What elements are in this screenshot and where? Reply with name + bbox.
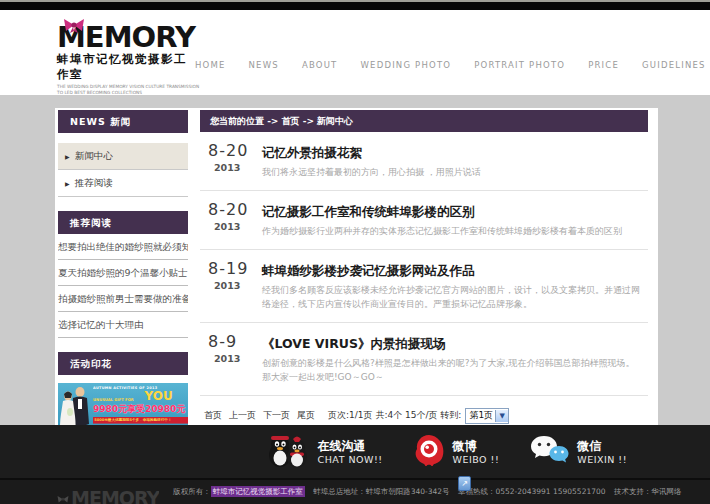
- arrow-bullet-icon: ▶: [65, 180, 70, 187]
- content-wrap: NEWS 新闻 ▶新闻中心▶推荐阅读 推荐阅读 想要拍出绝佳的婚纱照就必须知夏天…: [55, 108, 658, 425]
- sidebar: NEWS 新闻 ▶新闻中心▶推荐阅读 推荐阅读 想要拍出绝佳的婚纱照就必须知夏天…: [58, 110, 188, 425]
- banner-line1: AUTUMN ACTIVITIES OF 2013: [93, 386, 188, 390]
- footer-logo: MEMORY: [57, 489, 159, 504]
- social-bar: 在线沟通CHAT NOW!!微博WEIBO !!微信WEIXIN !!: [0, 425, 710, 478]
- recommend-section: 推荐阅读 想要拍出绝佳的婚纱照就必须知夏天拍婚纱照的9个温馨小贴士拍摄婚纱照前男…: [58, 211, 188, 338]
- sidebar-item-label: 推荐阅读: [75, 177, 113, 190]
- main-nav: HOMENEWSABOUTWEDDING PHOTOPORTRAIT PHOTO…: [195, 60, 706, 70]
- news-date-column: 8-202013: [208, 141, 250, 180]
- social-title: 在线沟通: [318, 439, 383, 454]
- activity-section: 活动印花 AUTUMN ACTIVITIES OF 2013: [58, 352, 188, 425]
- qq-penguins-icon: [266, 432, 310, 472]
- news-year: 2013: [214, 353, 250, 364]
- sidebar-news-header: NEWS 新闻: [58, 110, 188, 133]
- recommend-link[interactable]: 夏天拍婚纱照的9个温馨小贴士: [58, 260, 188, 286]
- news-title-link[interactable]: 记忆摄影工作室和传统蚌埠影楼的区别: [262, 204, 475, 219]
- news-description: 经我们多名顾客反应该影楼未经允许抄袭记忆官方网站的图片，设计，以及文案拷贝。并通…: [262, 284, 648, 312]
- recommend-link[interactable]: 拍摄婚纱照前男士需要做的准备: [58, 286, 188, 312]
- pink-bow-icon: [63, 18, 85, 37]
- social-qq[interactable]: 在线沟通CHAT NOW!!: [266, 432, 383, 472]
- pagination-last-link[interactable]: 尾页: [297, 410, 315, 420]
- social-subtitle: WEIBO !!: [453, 454, 500, 465]
- social-title: 微博: [453, 439, 500, 454]
- news-date-column: 8-192013: [208, 259, 250, 312]
- footer-hotline: 幸福热线：0552-2043991 15905521700: [458, 487, 606, 496]
- chevron-down-icon: ▼: [495, 410, 508, 422]
- news-description: 创新创意的影楼是什么风格?样照是怎样做出来的呢?为了大家,现在介绍韩国总部拍样照…: [262, 357, 648, 385]
- news-year: 2013: [214, 221, 250, 232]
- news-year: 2013: [214, 162, 250, 173]
- logo-subtitle: 蚌埠市记忆视觉摄影工作室: [57, 52, 195, 82]
- logo-tagline: THE WEDDING DISPLAY MEMORY VISION CULTUR…: [57, 84, 206, 96]
- news-row: 8-92013《LOVE VIRUS》内景拍摄现场创新创意的影楼是什么风格?样照…: [200, 323, 648, 396]
- social-text: 在线沟通CHAT NOW!!: [318, 439, 383, 465]
- footer-support: 技术支持：华讯网络: [614, 487, 682, 496]
- banner-texts: AUTUMN ACTIVITIES OF 2013 UNUSUAL GIFT F…: [93, 386, 187, 425]
- pagination-first-link[interactable]: 首页: [204, 410, 222, 420]
- arrow-bullet-icon: ▶: [65, 153, 70, 160]
- social-weibo[interactable]: 微博WEIBO !!: [413, 434, 500, 470]
- news-list: 8-202013记忆外景拍摄花絮我们将永远坚持着最初的方向，用心拍摄 ，用照片说…: [200, 132, 648, 396]
- site-logo[interactable]: MEMORY 蚌埠市记忆视觉摄影工作室 THE WEDDING DISPLAY …: [57, 16, 195, 100]
- nav-guidelines[interactable]: GUIDELINES: [642, 60, 706, 70]
- news-description: 作为婚纱摄影行业两种并存的实体形态记忆摄影工作室和传统蚌埠婚纱影楼有着本质的区别: [262, 225, 648, 239]
- pagination-next-link[interactable]: 下一页: [263, 410, 290, 420]
- news-row: 8-192013蚌埠婚纱影楼抄袭记忆摄影网站及作品经我们多名顾客反应该影楼未经允…: [200, 250, 648, 323]
- news-row: 8-202013记忆摄影工作室和传统蚌埠影楼的区别作为婚纱摄影行业两种并存的实体…: [200, 191, 648, 250]
- news-description: 我们将永远坚持着最初的方向，用心拍摄 ，用照片说话: [262, 166, 648, 180]
- recommend-link[interactable]: 选择记忆的十大理由: [58, 312, 188, 338]
- footer-address: 蚌埠总店地址：蚌埠市朝阳路340-342号: [313, 487, 449, 496]
- sidebar-item-news-center[interactable]: ▶新闻中心: [58, 143, 188, 170]
- wedding-couple-image: [59, 386, 93, 425]
- page-select[interactable]: 第1页 ▼: [465, 408, 509, 424]
- nav-home[interactable]: HOME: [195, 60, 226, 70]
- banner-offer-bar: 5000元最大优惠期间5个多，幸福抢购进行中！: [93, 417, 188, 424]
- nav-about[interactable]: ABOUT: [302, 60, 338, 70]
- news-date-column: 8-202013: [208, 200, 250, 239]
- news-title-link[interactable]: 记忆外景拍摄花絮: [262, 145, 362, 160]
- news-body: 蚌埠婚纱影楼抄袭记忆摄影网站及作品经我们多名顾客反应该影楼未经允许抄袭记忆官方网…: [262, 259, 648, 312]
- social-subtitle: CHAT NOW!!: [318, 454, 383, 465]
- sidebar-activity-header: 活动印花: [58, 352, 188, 375]
- news-date-column: 8-92013: [208, 332, 250, 385]
- footer-copyright: 版权所有：蚌埠市记忆视觉摄影工作室 蚌埠总店地址：蚌埠市朝阳路340-342号 …: [173, 487, 687, 497]
- footer-bow-icon: [57, 489, 69, 504]
- pagination: 首页上一页下一页尾页 页次:1/1页 共:4个 15个/页 转到: 第1页 ▼: [200, 408, 648, 424]
- social-subtitle: WEIXIN !!: [577, 454, 627, 465]
- social-text: 微博WEIBO !!: [453, 439, 500, 465]
- wechat-icon: [529, 434, 569, 470]
- sidebar-item-recommend-read[interactable]: ▶推荐阅读: [58, 170, 188, 197]
- news-date: 8-20: [208, 200, 250, 219]
- site-header: MEMORY 蚌埠市记忆视觉摄影工作室 THE WEDDING DISPLAY …: [0, 10, 710, 95]
- main-column: 您当前的位置 -> 首页 -> 新闻中心 8-202013记忆外景拍摄花絮我们将…: [200, 110, 648, 425]
- nav-wedding-photo[interactable]: WEDDING PHOTO: [360, 60, 451, 70]
- news-title-link[interactable]: 蚌埠婚纱影楼抄袭记忆摄影网站及作品: [262, 263, 475, 278]
- news-year: 2013: [214, 280, 250, 291]
- nav-news[interactable]: NEWS: [249, 60, 279, 70]
- pagination-prev-link[interactable]: 上一页: [229, 410, 256, 420]
- news-title-link[interactable]: 《LOVE VIRUS》内景拍摄现场: [262, 336, 445, 351]
- nav-price[interactable]: PRICE: [588, 60, 619, 70]
- weibo-icon: [413, 434, 445, 470]
- news-date: 8-19: [208, 259, 250, 278]
- studio-name-link[interactable]: 蚌埠市记忆视觉摄影工作室: [211, 486, 305, 497]
- top-black-bar: [0, 2, 710, 10]
- social-wechat[interactable]: 微信WEIXIN !!: [529, 434, 627, 470]
- news-body: 《LOVE VIRUS》内景拍摄现场创新创意的影楼是什么风格?样照是怎样做出来的…: [262, 332, 648, 385]
- banner-price: 9980元享受20980元: [93, 403, 187, 416]
- pagination-info: 页次:1/1页 共:4个 15个/页 转到:: [328, 409, 461, 422]
- nav-portrait-photo[interactable]: PORTRAIT PHOTO: [474, 60, 565, 70]
- sidebar-recommend-header: 推荐阅读: [58, 211, 188, 234]
- recommend-links: 想要拍出绝佳的婚纱照就必须知夏天拍婚纱照的9个温馨小贴士拍摄婚纱照前男士需要做的…: [58, 234, 188, 338]
- news-row: 8-202013记忆外景拍摄花絮我们将永远坚持着最初的方向，用心拍摄 ，用照片说…: [200, 132, 648, 191]
- copyright-label: 版权所有：: [173, 487, 211, 496]
- news-date: 8-9: [208, 332, 250, 351]
- news-body: 记忆摄影工作室和传统蚌埠影楼的区别作为婚纱摄影行业两种并存的实体形态记忆摄影工作…: [262, 200, 648, 239]
- qq-status-icon[interactable]: ↗: [458, 476, 471, 491]
- recommend-link[interactable]: 想要拍出绝佳的婚纱照就必须知: [58, 234, 188, 260]
- sidebar-menu: ▶新闻中心▶推荐阅读: [58, 143, 188, 197]
- banner-line2: UNUSUAL GIFT FOR YOU: [93, 391, 187, 402]
- breadcrumb: 您当前的位置 -> 首页 -> 新闻中心: [200, 110, 648, 132]
- sidebar-item-label: 新闻中心: [75, 150, 113, 163]
- promo-banner[interactable]: AUTUMN ACTIVITIES OF 2013 UNUSUAL GIFT F…: [58, 383, 188, 425]
